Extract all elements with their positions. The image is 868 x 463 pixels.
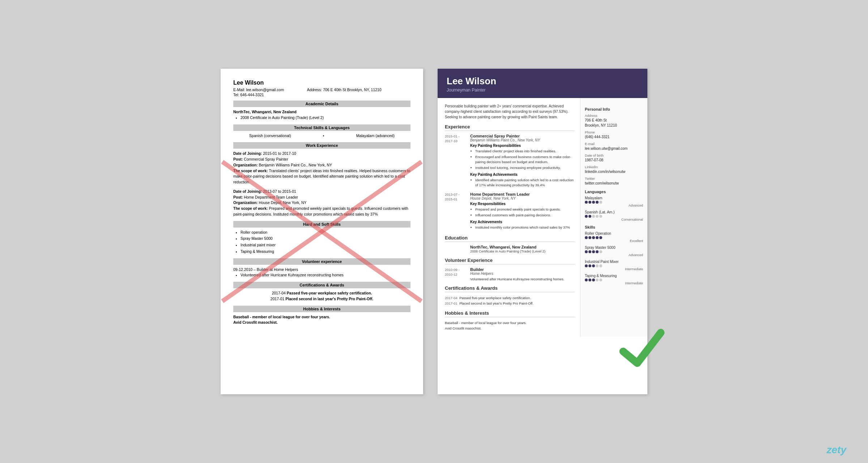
dot xyxy=(585,264,588,267)
email-value-s: lee.wilson.utw@gmail.com xyxy=(585,146,643,151)
vol-section-title: Volunteer Experience xyxy=(445,258,575,264)
hobby-2: Avid Crossfit masochist. xyxy=(233,320,410,326)
dot xyxy=(596,215,599,218)
cert-item-2: 2017-01 Placed second in last year's Pre… xyxy=(233,296,410,302)
academic-institution: NorthTec, Whangarei, New Zealand xyxy=(233,109,410,115)
resume-left: Lee Wilson E-Mail: lee.wilson@gmail.com … xyxy=(221,69,423,394)
left-email: E-Mail: lee.wilson@gmail.com Address: 70… xyxy=(233,88,410,92)
lang-malayalam-name: Malayalam xyxy=(585,196,643,200)
cert-section-title: Certifications & Awards xyxy=(445,285,575,292)
lang-spanish-level: Conversational xyxy=(585,218,643,221)
exp1-ach-1: Identified alternate painting solution w… xyxy=(475,178,575,188)
dob-label: Date of birth xyxy=(585,153,643,157)
work1-post: Post: Commercial Spray Painter xyxy=(233,157,410,162)
exp2-ach-title: Key Achievements xyxy=(470,220,575,224)
skill-spray: Spray Master 5000 Advanced xyxy=(585,246,643,257)
skill-item-2: Spray Master 5000 xyxy=(241,236,410,242)
exp1-resp-3: Instituted tool tutoring, increasing emp… xyxy=(475,165,575,170)
twitter-label: Twitter xyxy=(585,177,643,180)
exp-section-title: Experience xyxy=(445,124,575,131)
academic-item: 2008 Certificate in Auto Painting (Trade… xyxy=(241,115,410,121)
exp-entry-1: 2015-01 -2017-10 Commercial Spray Painte… xyxy=(445,134,575,189)
left-tel: Tel: 646-444-3321 xyxy=(233,93,410,97)
skills-list: Roller operation Spray Master 5000 Indus… xyxy=(233,230,410,255)
certs-header: Certifications & Awards xyxy=(233,282,410,288)
phone-value: (646) 444-3321 xyxy=(585,135,643,140)
twitter-value: twitter.com/wilsonutw xyxy=(585,181,643,186)
skill-taping-level: Intermediate xyxy=(585,281,643,285)
work2-post: Post: Home Department Team Leader xyxy=(233,195,410,200)
exp2-content: Home Department Team Leader House Depot,… xyxy=(470,192,575,231)
vol-entry-1: 2010-09 -2010-12 Builder Home Helpers Vo… xyxy=(445,267,575,281)
tel-label: Tel: xyxy=(233,93,239,97)
right-sidebar: Personal Info Address 706 E 40th StBrook… xyxy=(580,98,647,337)
left-name: Lee Wilson xyxy=(233,80,410,86)
volunteer-list: Volunteered after Hurricane Kuhrayzee re… xyxy=(233,272,410,278)
hobby-1: Baseball - member of local league for ov… xyxy=(233,314,410,320)
skill-spanish: Spanish (conversational) xyxy=(249,133,291,139)
zety-logo: zety xyxy=(827,444,846,456)
dot xyxy=(592,279,595,281)
lang-spanish-name: Spanish (Lat. Am.) xyxy=(585,210,643,214)
dot xyxy=(592,201,595,204)
dot xyxy=(596,201,599,204)
hobbies-section-title: Hobbies & Interests xyxy=(445,310,575,317)
skill-spray-name: Spray Master 5000 xyxy=(585,246,643,250)
skill-roller-name: Roller Operation xyxy=(585,232,643,235)
lang-spanish-dots xyxy=(585,215,643,218)
right-body: Personable building painter with 2+ year… xyxy=(438,98,647,337)
hobbies-content: Baseball - member of local league for ov… xyxy=(233,314,410,326)
exp2-ach-1: Instituted monthly color promotions whic… xyxy=(475,225,575,230)
dot xyxy=(592,236,595,239)
volunteer-item: Volunteered after Hurricane Kuhrayzee re… xyxy=(241,272,410,278)
certs-content: 2017-04 Passed five-year workplace safet… xyxy=(233,290,410,302)
right-main: Personable building painter with 2+ year… xyxy=(438,98,580,337)
edu-institution: NorthTec, Whangarei, New Zealand xyxy=(470,245,575,249)
dot xyxy=(599,279,602,281)
lang-malayalam-level: Advanced xyxy=(585,204,643,207)
exp2-resp-2: Influenced customers with paint-pairing … xyxy=(475,213,575,218)
right-name: Lee Wilson xyxy=(447,76,638,86)
bullet-sep: • xyxy=(323,133,324,139)
vol-desc: Volunteered after Hurricane Kuhrayzee re… xyxy=(470,277,575,281)
hobby-right-1: Baseball - member of local league for ov… xyxy=(445,320,575,326)
work1-scope: The scope of work: Translated clients' p… xyxy=(233,168,410,185)
dot xyxy=(588,201,591,204)
volunteer-header: Volunteer experience xyxy=(233,258,410,265)
technical-header: Technical Skills & Languages xyxy=(233,124,410,131)
exp1-resp-2: Encouraged and influenced business custo… xyxy=(475,154,575,165)
skill-roller: Roller Operation Excellent xyxy=(585,232,643,243)
edu-entry-1: NorthTec, Whangarei, New Zealand 2008 Ce… xyxy=(445,245,575,253)
dot xyxy=(585,236,588,239)
dot xyxy=(596,264,599,267)
skill-spray-dots xyxy=(585,250,643,253)
skill-paint-mixer-dots xyxy=(585,264,643,267)
work-entry-2: Date of Joining: 2013-07 to 2015-01 Post… xyxy=(233,189,410,217)
skill-spray-level: Advanced xyxy=(585,253,643,257)
phone-label: Phone xyxy=(585,130,643,134)
skill-paint-mixer-level: Intermediate xyxy=(585,267,643,271)
dot xyxy=(585,201,588,204)
volunteer-content: 09-12.2010 – Builder at Home Helpers Vol… xyxy=(233,267,410,279)
right-title: Journeyman Painter xyxy=(447,88,638,93)
certs-content-right: 2017-04 Passed five-year workplace safet… xyxy=(445,295,575,306)
skills-content: Roller operation Spray Master 5000 Indus… xyxy=(233,230,410,255)
skill-paint-mixer: Industrial Paint Mixer Intermediate xyxy=(585,260,643,271)
volunteer-entry: 09-12.2010 – Builder at Home Helpers xyxy=(233,267,410,273)
exp2-resp-1: Prepared and promoted weekly paint speci… xyxy=(475,207,575,212)
edu-section-title: Education xyxy=(445,235,575,242)
linkedin-value: linkedin.com/in/wilsonutw xyxy=(585,169,643,174)
work1-dates: Date of Joining: 2015-01 to 2017-10 xyxy=(233,151,410,157)
dot xyxy=(592,215,595,218)
address-label: Address xyxy=(585,114,643,118)
right-summary: Personable building painter with 2+ year… xyxy=(445,103,575,120)
dot xyxy=(588,279,591,281)
skills-sidebar-title: Skills xyxy=(585,225,643,229)
vol-org: Home Helpers xyxy=(470,272,575,276)
dot xyxy=(585,279,588,281)
work1-org: Organization: Benjamin Williams Paint Co… xyxy=(233,162,410,168)
academic-content: NorthTec, Whangarei, New Zealand 2008 Ce… xyxy=(233,109,410,121)
work2-scope: The scope of work: Prepared and promoted… xyxy=(233,206,410,217)
exp1-company: Benjamin Williams Paint Co., New York, N… xyxy=(470,138,575,142)
exp2-title: Home Department Team Leader xyxy=(470,192,575,196)
